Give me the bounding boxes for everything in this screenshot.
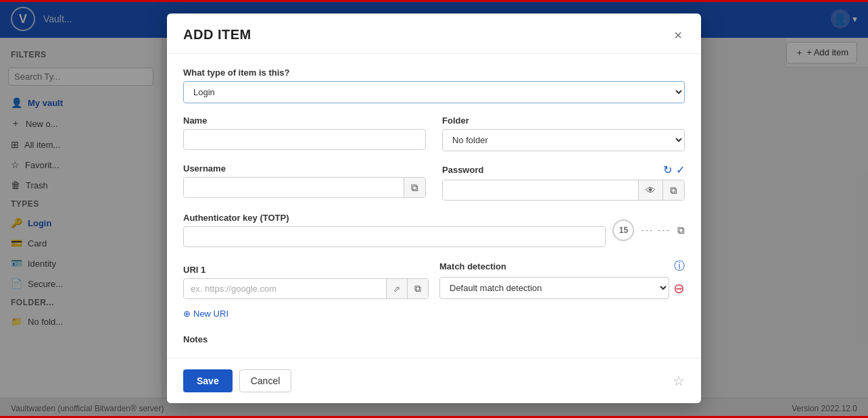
item-type-select[interactable]: Login Card Identity Secure Note <box>183 81 685 103</box>
totp-row: Authenticator key (TOTP) 15 --- --- ⧉ <box>183 213 685 247</box>
username-input-group: ⧉ <box>183 177 426 198</box>
folder-select[interactable]: No folder <box>442 129 685 151</box>
new-uri-plus-icon: ⊕ <box>183 309 191 319</box>
match-detection-help-button[interactable]: ⓘ <box>674 259 685 273</box>
totp-timer: 15 <box>612 219 634 241</box>
item-type-row: What type of item is this? Login Card Id… <box>183 68 685 103</box>
uri-copy-button[interactable]: ⧉ <box>407 279 428 298</box>
uri-right-col: Match detection ⓘ Default match detectio… <box>439 259 685 299</box>
uri-open-button[interactable]: ⬀ <box>386 279 407 298</box>
uri-row: URI 1 ⬀ ⧉ Match de <box>183 259 685 299</box>
favorite-button[interactable]: ☆ <box>673 373 685 389</box>
red-border-top <box>0 0 868 2</box>
cancel-button[interactable]: Cancel <box>239 369 292 392</box>
copy-icon: ⧉ <box>677 224 685 236</box>
copy-icon: ⧉ <box>414 283 421 294</box>
totp-input[interactable] <box>183 226 606 247</box>
uri-right-controls: Default match detection Base domain Host… <box>439 277 685 299</box>
name-label: Name <box>183 115 426 126</box>
item-type-question-label: What type of item is this? <box>183 68 685 78</box>
refresh-icon: ↻ <box>663 163 672 176</box>
modal-overlay: ADD ITEM × What type of item is this? Lo… <box>0 0 868 418</box>
eye-icon: 👁 <box>646 184 656 196</box>
totp-code-display: --- --- <box>641 225 671 235</box>
new-uri-button[interactable]: ⊕ New URI <box>183 306 228 321</box>
modal-body: What type of item is this? Login Card Id… <box>167 54 701 358</box>
new-uri-label: New URI <box>193 309 228 319</box>
copy-icon: ⧉ <box>411 182 418 194</box>
password-icon-group: ↻ ✓ <box>663 163 685 176</box>
password-copy-button[interactable]: ⧉ <box>662 180 684 200</box>
minus-circle-icon: ⊖ <box>673 280 685 296</box>
password-toggle-visibility-button[interactable]: 👁 <box>638 180 662 200</box>
password-check-button[interactable]: ✓ <box>676 163 685 176</box>
modal-header: ADD ITEM × <box>167 14 701 54</box>
password-regenerate-button[interactable]: ↻ <box>663 163 672 176</box>
name-input[interactable] <box>183 129 426 150</box>
star-outline-icon: ☆ <box>673 373 685 388</box>
save-button[interactable]: Save <box>183 369 233 392</box>
username-label: Username <box>183 163 426 174</box>
name-folder-row: Name Folder No folder <box>183 115 685 151</box>
notes-row: Notes <box>183 334 685 344</box>
add-item-modal: ADD ITEM × What type of item is this? Lo… <box>167 14 701 403</box>
notes-label: Notes <box>183 334 208 344</box>
uri-label: URI 1 <box>183 265 429 275</box>
uri-remove-button[interactable]: ⊖ <box>673 277 685 299</box>
modal-footer: Save Cancel ☆ <box>167 358 701 403</box>
folder-label: Folder <box>442 115 685 126</box>
match-detection-select[interactable]: Default match detection Base domain Host… <box>439 277 669 299</box>
password-label: Password <box>442 165 663 175</box>
modal-title: ADD ITEM <box>183 27 251 43</box>
totp-input-col: Authenticator key (TOTP) <box>183 213 606 247</box>
check-circle-icon: ✓ <box>676 163 685 176</box>
folder-col: Folder No folder <box>442 115 685 151</box>
password-input-group: 👁 ⧉ <box>442 180 685 201</box>
password-input[interactable] <box>443 180 638 200</box>
uri-input-group: ⬀ ⧉ <box>183 278 429 299</box>
uri-input[interactable] <box>184 279 386 298</box>
username-copy-button[interactable]: ⧉ <box>404 178 425 197</box>
uri-section: URI 1 ⬀ ⧉ Match de <box>183 259 685 321</box>
uri-right-header: Match detection ⓘ <box>439 259 685 273</box>
password-col: Password ↻ ✓ 👁 <box>442 163 685 201</box>
uri-left-col: URI 1 ⬀ ⧉ <box>183 265 429 299</box>
match-detection-label: Match detection <box>439 261 674 271</box>
copy-icon: ⧉ <box>670 184 677 197</box>
username-password-row: Username ⧉ Password ↻ <box>183 163 685 201</box>
totp-label: Authenticator key (TOTP) <box>183 213 606 223</box>
modal-footer-left: Save Cancel <box>183 369 291 392</box>
external-link-icon: ⬀ <box>393 284 400 294</box>
modal-close-button[interactable]: × <box>671 28 685 42</box>
password-header: Password ↻ ✓ <box>442 163 685 176</box>
username-input[interactable] <box>184 178 404 197</box>
name-col: Name <box>183 115 426 151</box>
username-col: Username ⧉ <box>183 163 426 201</box>
totp-copy-button[interactable]: ⧉ <box>677 224 685 236</box>
